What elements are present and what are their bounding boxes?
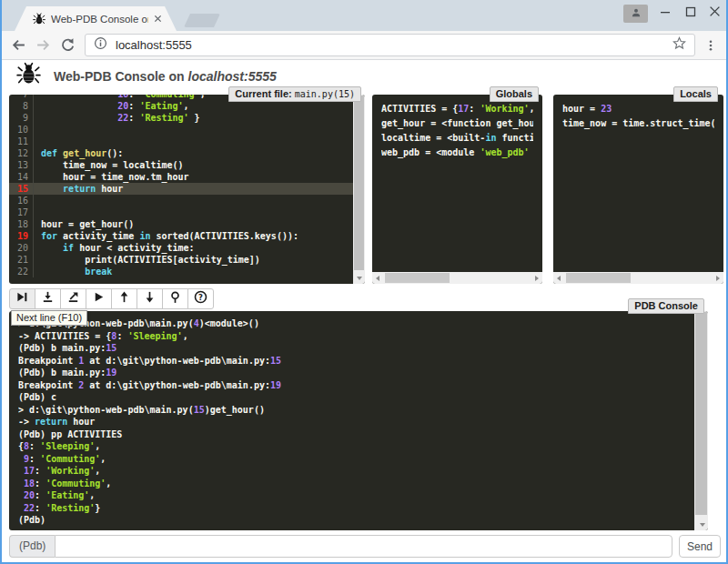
- url-text[interactable]: localhost:5555: [116, 38, 664, 52]
- stack-down-button[interactable]: [136, 288, 163, 309]
- next-line-button[interactable]: [9, 288, 35, 309]
- code-scrollbar[interactable]: [353, 95, 365, 284]
- command-input[interactable]: [55, 535, 672, 558]
- output-line: (Pdb) pp ACTIVITIES: [18, 428, 699, 441]
- command-input-row: (Pdb) Send: [9, 535, 721, 558]
- stack-up-button[interactable]: [111, 288, 137, 309]
- output-line: (Pdb) b main.py:19: [18, 367, 699, 379]
- arrow-down-icon: [143, 290, 157, 307]
- minimize-button[interactable]: [652, 0, 679, 25]
- current-file-tab: Current file: main.py(15): [228, 86, 361, 102]
- line-number[interactable]: 12: [9, 147, 34, 159]
- arrow-into-bar-icon: [41, 290, 55, 307]
- line-number[interactable]: 20: [9, 242, 34, 254]
- play-to-bar-icon: [15, 290, 29, 307]
- pdb-console-panel[interactable]: > d:\git\python-web-pdb\main.py(4)<modul…: [9, 311, 708, 530]
- profile-button[interactable]: [623, 5, 648, 23]
- tab-title: Web-PDB Console on lo: [51, 14, 148, 25]
- line-number[interactable]: 11: [9, 136, 34, 147]
- close-tab-icon[interactable]: [154, 15, 162, 23]
- breakpoint-line-number[interactable]: 19: [9, 230, 34, 242]
- play-icon: [92, 290, 106, 307]
- bookmark-star-icon[interactable]: [672, 36, 686, 54]
- send-button[interactable]: Send: [679, 535, 721, 558]
- question-mark-icon: ?: [194, 290, 207, 307]
- line-number[interactable]: 21: [9, 254, 34, 266]
- forward-button[interactable]: [35, 37, 51, 53]
- bug-favicon-icon: [33, 13, 46, 25]
- code-line: 18hour = get_hour(): [9, 218, 365, 230]
- arrow-up-icon: [117, 290, 131, 307]
- page-info-icon[interactable]: [94, 36, 107, 54]
- console-lines: > d:\git\python-web-pdb\main.py(4)<modul…: [9, 311, 708, 530]
- code-line: 22 break: [9, 266, 365, 277]
- output-line: (Pdb): [18, 514, 699, 527]
- new-tab-button[interactable]: [184, 14, 220, 27]
- back-button[interactable]: [11, 37, 26, 53]
- maximize-icon: [685, 5, 696, 21]
- line-number[interactable]: 16: [9, 195, 34, 206]
- output-line: ACTIVITIES = {17: 'Working', 18: ': [381, 102, 533, 116]
- step-into-button[interactable]: [35, 288, 61, 309]
- line-number[interactable]: 10: [9, 124, 34, 136]
- output-line: -> return hour: [18, 416, 699, 428]
- output-line: Breakpoint 1 at d:\git\python-web-pdb\ma…: [18, 355, 699, 368]
- code-line: 17: [9, 206, 365, 218]
- browser-tab[interactable]: Web-PDB Console on lo: [15, 6, 177, 31]
- output-line: (Pdb) c: [18, 391, 699, 404]
- address-bar[interactable]: localhost:5555: [85, 34, 695, 56]
- globals-tab: Globals: [490, 86, 539, 102]
- line-number[interactable]: 14: [9, 171, 34, 183]
- code-line: 11: [9, 136, 365, 147]
- locals-scrollbar[interactable]: [553, 272, 723, 284]
- close-icon: [709, 5, 721, 21]
- line-number[interactable]: 22: [9, 266, 34, 277]
- line-number[interactable]: 8: [9, 100, 34, 112]
- continue-button[interactable]: [86, 288, 112, 309]
- tooltip: Next line (F10): [11, 310, 87, 326]
- page-title: Web-PDB Console on localhost:5555: [54, 69, 277, 84]
- code-line: 15 return hour: [9, 183, 365, 195]
- help-button[interactable]: ?: [187, 288, 214, 309]
- code-line: 14 hour = time_now.tm_hour: [9, 171, 365, 183]
- step-out-button[interactable]: [60, 288, 86, 309]
- locals-panel[interactable]: hour = 23time_now = time.struct_time(tm_…: [553, 95, 723, 284]
- bug-logo-icon: [16, 62, 41, 90]
- minimize-icon: [660, 5, 671, 21]
- reload-button[interactable]: [60, 37, 76, 53]
- pdb-prompt-label: (Pdb): [9, 535, 55, 558]
- breakpoint-line-number[interactable]: 15: [9, 183, 34, 195]
- menu-icon[interactable]: [704, 38, 717, 53]
- output-line: 17: 'Working',: [18, 465, 699, 478]
- code-line: 20 if hour < activity_time:: [9, 242, 365, 254]
- line-number[interactable]: 13: [9, 159, 34, 171]
- line-number[interactable]: 18: [9, 218, 34, 230]
- svg-text:?: ?: [198, 293, 203, 302]
- code-line: 19for activity_time in sorted(ACTIVITIES…: [9, 230, 365, 242]
- output-line: 18: 'Commuting',: [18, 478, 699, 490]
- source-code-panel[interactable]: 7 18: 'Commuting',8 20: 'Eating',9 22: '…: [9, 95, 365, 284]
- browser-window: Web-PDB Console on lo: [0, 0, 728, 564]
- output-line: hour = 23: [562, 102, 714, 116]
- line-number[interactable]: 9: [9, 112, 34, 124]
- console-scrollbar[interactable]: [694, 311, 708, 530]
- code-line: 12def get_hour():: [9, 147, 365, 159]
- output-line: > d:\git\python-web-pdb\main.py(4)<modul…: [18, 317, 699, 330]
- output-line: 9: 'Commuting',: [18, 453, 699, 466]
- output-line: time_now = time.struct_time(tm_yea: [562, 116, 714, 131]
- output-line: get_hour = <function get_hour at 0: [381, 116, 533, 131]
- code-line: 9 22: 'Resting' }: [9, 112, 365, 124]
- code-line: 21 print(ACTIVITIES[activity_time]): [9, 254, 365, 266]
- globals-panel[interactable]: ACTIVITIES = {17: 'Working', 18: 'get_ho…: [372, 95, 542, 284]
- close-window-button[interactable]: [701, 0, 728, 25]
- line-number[interactable]: 17: [9, 206, 34, 218]
- output-line: 22: 'Resting'}: [18, 502, 699, 515]
- code-line: 13 time_now = localtime(): [9, 159, 365, 171]
- globals-scrollbar[interactable]: [372, 272, 542, 284]
- code-line: 16: [9, 195, 365, 206]
- output-line: -> ACTIVITIES = {8: 'Sleeping',: [18, 330, 699, 343]
- output-line: 20: 'Eating',: [18, 489, 699, 502]
- inspect-current-line-button[interactable]: [162, 288, 188, 309]
- pdb-console-tab: PDB Console: [628, 298, 704, 314]
- code-lines: 7 18: 'Commuting',8 20: 'Eating',9 22: '…: [9, 95, 365, 277]
